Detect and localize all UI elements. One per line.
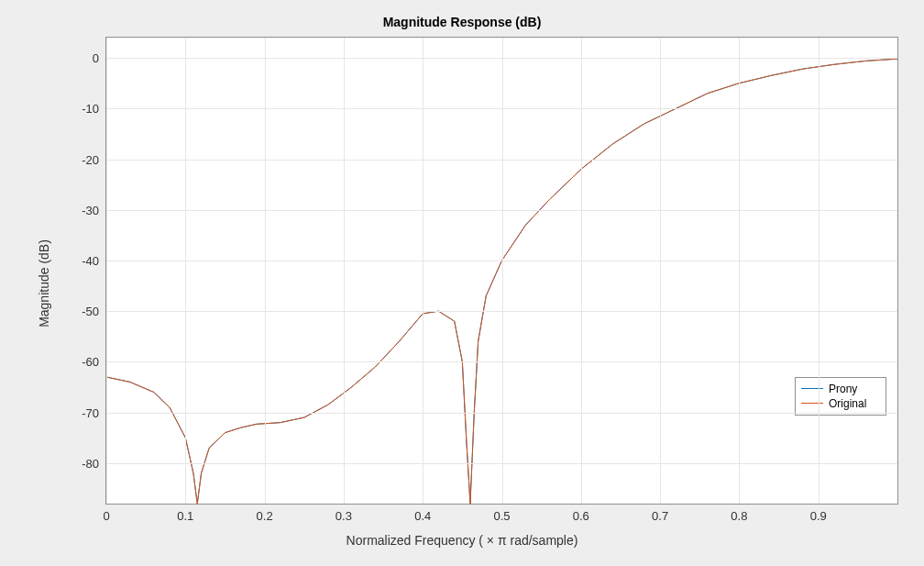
grid-line-v [819, 38, 820, 504]
legend-swatch [801, 403, 823, 404]
x-tick-label: 0.5 [493, 509, 510, 523]
x-tick-label: 0 [103, 509, 109, 523]
grid-line-v [660, 38, 661, 504]
y-tick-label: -40 [82, 253, 99, 267]
figure: Magnitude Response (dB) Magnitude (dB) P… [0, 0, 924, 566]
y-tick-label: -20 [82, 152, 99, 166]
plot-title: Magnitude Response (dB) [0, 15, 924, 29]
legend: PronyOriginal [795, 377, 886, 416]
x-tick-label: 0.3 [336, 509, 352, 523]
axes: PronyOriginal -80-70-60-50-40-30-20-1000… [105, 37, 898, 505]
x-tick-label: 0.7 [652, 509, 668, 523]
legend-label: Original [829, 397, 866, 410]
x-tick-label: 0.4 [414, 509, 431, 523]
grid-line-v [185, 38, 186, 504]
y-tick-label: -80 [82, 456, 99, 470]
y-tick-label: -30 [82, 203, 99, 216]
legend-swatch [801, 388, 823, 389]
grid-line-v [739, 38, 740, 504]
grid-line-v [423, 38, 424, 504]
x-tick-label: 0.1 [177, 509, 193, 523]
x-tick-label: 0.2 [257, 509, 273, 523]
y-tick-label: -60 [82, 355, 99, 369]
x-tick-label: 0.6 [573, 509, 589, 523]
y-tick-label: -50 [82, 305, 99, 318]
grid-line-v [265, 38, 266, 504]
x-tick-label: 0.8 [731, 509, 747, 523]
grid-line-v [106, 38, 107, 504]
grid-line-v [502, 38, 503, 504]
grid-line-v [581, 38, 582, 504]
x-axis-label: Normalized Frequency ( × π rad/sample) [0, 533, 924, 548]
y-tick-label: 0 [93, 51, 99, 65]
x-tick-label: 0.9 [810, 509, 827, 523]
legend-item: Original [801, 396, 880, 411]
grid-line-v [344, 38, 345, 504]
y-axis-label: Magnitude (dB) [37, 239, 51, 327]
legend-label: Prony [829, 383, 857, 395]
legend-item: Prony [801, 382, 880, 396]
y-tick-label: -10 [82, 102, 99, 116]
y-tick-label: -70 [82, 405, 99, 419]
